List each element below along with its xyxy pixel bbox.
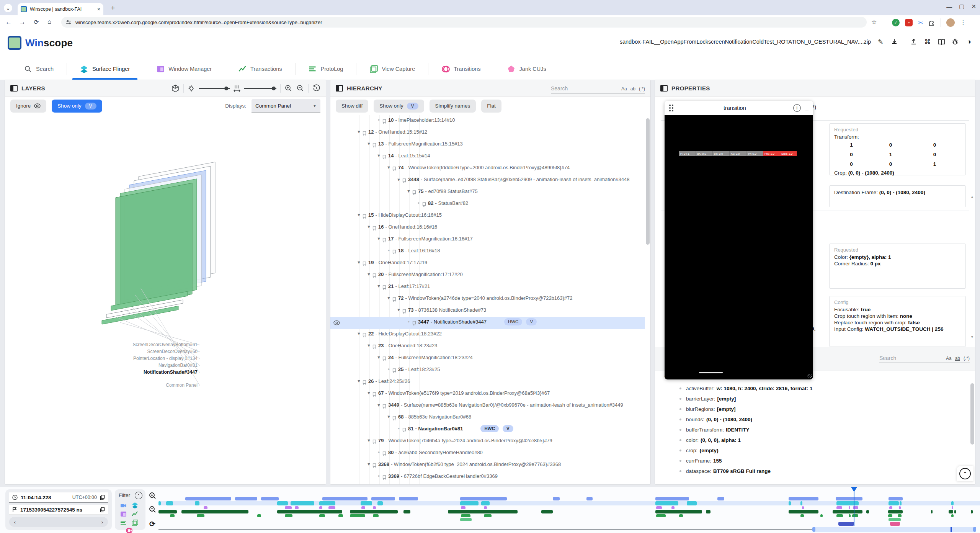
trace-entry-transactions[interactable] [971, 510, 973, 513]
trace-entry-screen-recording[interactable] [655, 497, 689, 500]
hierarchy-node-24[interactable]: ▼24- FullscreenMagnification:18:23#24 [330, 353, 645, 365]
close-button[interactable]: ✕ [971, 3, 976, 10]
trace-entry-surface-flinger[interactable] [951, 501, 954, 505]
scrollbar-left-handle[interactable] [812, 527, 815, 532]
ns-time-field[interactable]: 1715339054227572545 ns [9, 505, 108, 515]
caret-down-icon[interactable]: ▼ [376, 234, 382, 244]
match-word-icon[interactable]: ab [630, 86, 635, 92]
hierarchy-node-68[interactable]: ▼68- 885b63e NavigationBar0#68 [330, 412, 645, 424]
trace-entry-surface-flinger[interactable] [195, 501, 199, 505]
zoom-in-icon[interactable] [284, 84, 292, 92]
collapse-panel-icon[interactable] [336, 85, 343, 92]
trace-entry-window-manager[interactable] [295, 506, 299, 509]
property-row-blurRegions[interactable]: blurRegions:[empty] [655, 404, 970, 414]
hierarchy-node-3448[interactable]: ▼3448- Surface(name=ed70f88 StatusBar)/@… [330, 175, 645, 186]
trace-entry-window-manager[interactable] [373, 506, 376, 509]
caret-down-icon[interactable]: ▼ [366, 459, 372, 469]
trace-entry-transitions-active[interactable] [838, 522, 854, 526]
trace-entry-transactions[interactable] [277, 510, 342, 513]
hierarchy-node-3447[interactable]: ●3447- NotificationShade#3447HWCV [330, 317, 645, 329]
tab-surface-flinger[interactable]: Surface Flinger [67, 58, 143, 80]
tab-window-manager[interactable]: Window Manager [143, 58, 225, 80]
trace-entry-window-manager[interactable] [285, 506, 292, 509]
tab-jank-cujs[interactable]: Jank CUJs [494, 58, 559, 80]
layer-label[interactable]: ScreenDecorOverlayBottom#61 [133, 342, 198, 347]
caret-down-icon[interactable]: ▼ [376, 281, 382, 291]
caret-down-icon[interactable]: ▼ [376, 151, 382, 160]
trace-entry-surface-flinger[interactable] [655, 501, 678, 505]
tab-search-button[interactable]: ⌄ [4, 4, 12, 12]
caret-down-icon[interactable]: ▼ [395, 305, 402, 315]
hierarchy-node-26[interactable]: ▼26- Leaf:24:25#26 [330, 376, 645, 388]
hierarchy-scrollbar[interactable] [646, 118, 650, 245]
caret-down-icon[interactable]: ▼ [366, 222, 372, 232]
bookmark-star-icon[interactable]: ☆ [871, 18, 877, 26]
trace-entry-transactions[interactable] [448, 510, 518, 513]
tab-close-icon[interactable]: × [97, 6, 100, 12]
filter-chip-simplify-names[interactable]: Simplify names [430, 100, 476, 113]
hierarchy-node-14[interactable]: ▼14- Leaf:15:15#14 [330, 151, 645, 163]
upload-icon[interactable] [910, 38, 918, 46]
trace-entry-window-manager[interactable] [849, 506, 850, 509]
eye-icon[interactable] [333, 319, 340, 329]
trace-entry-surface-flinger[interactable] [291, 501, 314, 505]
caret-down-icon[interactable]: ▼ [366, 388, 372, 398]
hierarchy-node-27[interactable]: ▼27- HideDisplayCutout:26:31#27 [330, 483, 645, 484]
trace-entry-window-manager[interactable] [889, 506, 892, 509]
window-manager-filter-icon[interactable] [120, 511, 127, 517]
trace-entry-surface-flinger[interactable] [158, 501, 161, 505]
trace-entry-transactions[interactable] [655, 510, 702, 513]
tab-search[interactable]: Search [11, 58, 67, 80]
caret-down-icon[interactable]: ▼ [366, 270, 372, 279]
trace-entry-protolog[interactable] [461, 514, 470, 517]
trace-entry-surface-flinger[interactable] [319, 501, 335, 505]
trace-entry-screen-recording[interactable] [460, 497, 507, 500]
layers-3d-canvas[interactable]: ScreenDecorOverlayBottom#61ScreenDecorOv… [5, 115, 326, 484]
trace-entry-transactions[interactable] [181, 510, 248, 513]
trace-entry-protolog[interactable] [898, 514, 902, 517]
trace-entry-window-manager[interactable] [204, 506, 207, 509]
new-tab-button[interactable]: + [109, 4, 117, 12]
view-capture-filter-icon[interactable] [132, 520, 138, 526]
trace-entry-protolog[interactable] [170, 514, 175, 517]
hierarchy-node-13[interactable]: ▼13- FullscreenMagnification:15:15#13 [330, 139, 645, 151]
property-row-crop[interactable]: crop:{empty} [655, 445, 970, 456]
trace-entry-screen-recording[interactable] [836, 497, 862, 500]
hierarchy-node-16[interactable]: ▼16- OneHanded:16:16#16 [330, 222, 645, 234]
trace-entry-transactions[interactable] [833, 510, 862, 513]
layer-label[interactable]: Common Panel [166, 383, 198, 388]
hierarchy-node-73[interactable]: ▼73- 8736138 NotificationShade#73 [330, 305, 645, 317]
caret-down-icon[interactable]: ▼ [366, 341, 372, 350]
previous-frame-icon[interactable]: ‹ [10, 517, 20, 527]
trace-entry-window-manager[interactable] [319, 506, 322, 509]
timeline-zoom-out-icon[interactable] [148, 505, 157, 514]
trace-entry-surface-flinger[interactable] [900, 501, 902, 505]
spacing-slider[interactable] [244, 88, 276, 89]
protolog-filter-icon[interactable] [120, 520, 127, 526]
caret-down-icon[interactable]: ▼ [366, 139, 372, 149]
trace-entry-protolog[interactable] [257, 514, 261, 517]
trace-entry-screen-recording[interactable] [399, 497, 418, 500]
zoom-out-icon[interactable] [296, 84, 304, 92]
minimize-overlay-icon[interactable]: _ [805, 105, 808, 111]
reset-view-icon[interactable] [312, 84, 320, 92]
drag-handle-icon[interactable] [669, 105, 673, 111]
trace-entry-surface-flinger[interactable] [789, 501, 791, 505]
trace-entry-protolog[interactable] [820, 514, 823, 517]
caret-down-icon[interactable]: ▼ [356, 210, 362, 220]
scissors-extension-icon[interactable]: ✂ [918, 19, 923, 26]
screenshot-overlay-window[interactable]: transition i _ P: 0 / 1dX: 0.0dY: 0.0Xv:… [665, 101, 813, 379]
trace-entry-transactions[interactable] [789, 510, 818, 513]
timeline-reset-zoom-icon[interactable]: ⟳ [148, 519, 157, 528]
trace-entry-protolog[interactable] [373, 514, 379, 517]
trace-entry-screen-recording[interactable] [185, 497, 231, 500]
trace-entry-window-manager[interactable] [671, 506, 675, 509]
trace-entry-surface-flinger[interactable] [460, 501, 479, 505]
caret-down-icon[interactable]: ▼ [356, 258, 362, 267]
caret-down-icon[interactable]: ▼ [376, 401, 382, 409]
home-icon[interactable]: ⌂ [47, 18, 51, 25]
trace-entry-transactions[interactable] [706, 510, 710, 513]
collapse-panel-icon[interactable] [10, 85, 18, 92]
properties-search-input[interactable]: Search Aa ab (.*) [879, 353, 970, 363]
trace-entry-screen-recording[interactable] [235, 497, 257, 500]
